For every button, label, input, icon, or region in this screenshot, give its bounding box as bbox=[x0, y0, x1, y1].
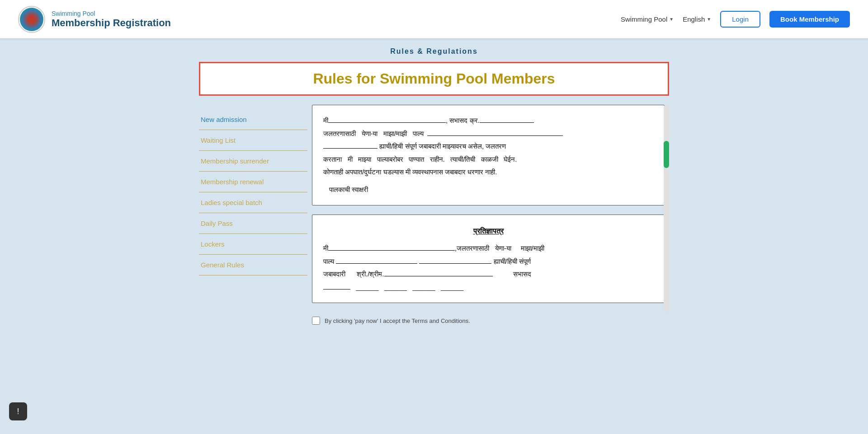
terms-checkbox[interactable] bbox=[312, 317, 320, 325]
doc-card-1: मी, सभासद क्र. जलतरणासाठी येणा-या माझा/म… bbox=[312, 105, 665, 205]
doc1-line3: ह्याची/हिची संपूर्ण जबाबदारी माझ्यावरच अ… bbox=[323, 140, 653, 153]
section-title: Rules & Regulations bbox=[390, 47, 478, 56]
rules-box: Rules for Swimming Pool Members bbox=[199, 62, 669, 96]
doc2-line2: पाल्य ह्याची/हिची संपूर्ण bbox=[323, 255, 653, 268]
sidebar-item-ladies-special[interactable]: Ladies special batch bbox=[199, 192, 307, 213]
sidebar: New admission Waiting List Membership su… bbox=[199, 105, 307, 312]
doc1-line2: जलतरणासाठी येणा-या माझा/माझी पाल्य bbox=[323, 127, 653, 140]
sidebar-item-membership-renewal[interactable]: Membership renewal bbox=[199, 172, 307, 192]
doc1-line5: कोणताही अपघात/दुर्घटना घडल्यास मी व्यवस्… bbox=[323, 166, 653, 179]
brand-subtitle: Swimming Pool bbox=[52, 10, 171, 17]
logo bbox=[18, 6, 45, 33]
swimming-pool-label: Swimming Pool bbox=[621, 15, 667, 23]
brand-title: Membership Registration bbox=[52, 17, 171, 29]
scrollbar-thumb[interactable] bbox=[664, 141, 669, 168]
main-content: Rules & Regulations Rules for Swimming P… bbox=[0, 38, 868, 343]
book-membership-button[interactable]: Book Membership bbox=[769, 11, 850, 28]
content-area: New admission Waiting List Membership su… bbox=[199, 105, 669, 312]
doc1-signature: पालकाची स्वाक्षरी bbox=[323, 183, 653, 196]
sidebar-item-general-rules[interactable]: General Rules bbox=[199, 255, 307, 275]
header-nav: Swimming Pool ▼ English ▼ Login Book Mem… bbox=[621, 11, 850, 28]
language-label: English bbox=[683, 15, 705, 23]
terms-text: By clicking 'pay now' I accept the Terms… bbox=[325, 317, 470, 324]
doc2-line4: ______ ______ ______ ______ bbox=[323, 281, 653, 294]
doc1-line4: करताना मी माझ्या पाल्याबरोबर पाण्यात राह… bbox=[323, 153, 653, 166]
brand-text: Swimming Pool Membership Registration bbox=[52, 10, 171, 29]
sidebar-item-daily-pass[interactable]: Daily Pass bbox=[199, 213, 307, 234]
sidebar-item-lockers[interactable]: Lockers bbox=[199, 234, 307, 255]
sidebar-item-new-admission[interactable]: New admission bbox=[199, 109, 307, 130]
doc-card-2: प्रतिज्ञापत्र मी,जलतरणासाठी येणा-या माझा… bbox=[312, 215, 665, 303]
sidebar-item-waiting-list[interactable]: Waiting List bbox=[199, 130, 307, 151]
logo-image bbox=[20, 8, 43, 31]
document-panel: मी, सभासद क्र. जलतरणासाठी येणा-या माझा/म… bbox=[307, 105, 669, 312]
chat-icon: ! bbox=[17, 407, 19, 416]
footer-bar: By clicking 'pay now' I accept the Terms… bbox=[199, 317, 669, 325]
doc2-line3: जबाबदारी श्री./श्रीम. सभासद bbox=[323, 268, 653, 281]
doc2-heading: प्रतिज्ञापत्र bbox=[323, 224, 653, 238]
swimming-pool-dropdown[interactable]: Swimming Pool ▼ bbox=[621, 15, 674, 23]
doc2-line1: मी,जलतरणासाठी येणा-या माझा/माझी bbox=[323, 242, 653, 255]
sidebar-item-membership-surrender[interactable]: Membership surrender bbox=[199, 151, 307, 172]
header-brand: Swimming Pool Membership Registration bbox=[18, 6, 171, 33]
doc1-line1: मी, सभासद क्र. bbox=[323, 114, 653, 127]
rules-box-title: Rules for Swimming Pool Members bbox=[313, 70, 555, 87]
header: Swimming Pool Membership Registration Sw… bbox=[0, 0, 868, 38]
chat-button[interactable]: ! bbox=[9, 402, 27, 420]
login-button[interactable]: Login bbox=[720, 11, 760, 28]
chevron-down-icon: ▼ bbox=[669, 17, 674, 22]
scrollbar-track[interactable] bbox=[664, 105, 669, 312]
chevron-down-icon: ▼ bbox=[707, 17, 711, 22]
language-dropdown[interactable]: English ▼ bbox=[683, 15, 711, 23]
